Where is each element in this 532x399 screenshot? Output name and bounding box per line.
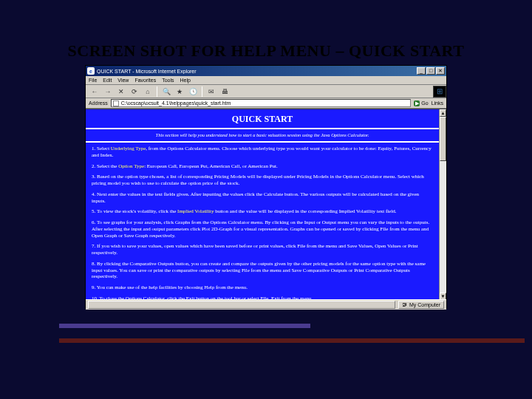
back-button[interactable]: ← [89, 86, 100, 97]
list-item: By clicking the Comparative Outputs butt… [92, 261, 433, 280]
decorative-bar-red [59, 338, 525, 343]
titlebar: e QUICK START - Microsoft Internet Explo… [86, 66, 446, 76]
quick-start-list: Select Underlying Type, from the Options… [86, 143, 439, 299]
list-item: You can make use of the help facilities … [92, 284, 433, 291]
item-text: Based on the option type chosen, a list … [92, 174, 424, 186]
favorites-button[interactable]: ★ [174, 86, 185, 97]
close-button[interactable]: ✕ [436, 67, 445, 75]
list-item: Next enter the values in the text fields… [92, 191, 433, 205]
menu-help[interactable]: Help [180, 78, 191, 83]
item-text: To see graphs for your analysis, click G… [92, 219, 429, 239]
help-link[interactable]: Underlying Type [111, 146, 146, 151]
ie-icon: e [87, 67, 95, 75]
decorative-bar-purple [59, 324, 310, 328]
vertical-scrollbar[interactable]: ▲ ▼ [439, 109, 446, 299]
help-link[interactable]: Implied Volatility [177, 208, 214, 214]
go-label: Go [421, 100, 428, 106]
maximize-button[interactable]: □ [426, 67, 435, 75]
search-button[interactable]: 🔍 [160, 86, 172, 97]
page-icon [113, 100, 119, 106]
address-input[interactable]: C:\ocscap\ocsuit_4.1\helppages\quick_sta… [111, 99, 412, 107]
toolbar: ← → ✕ ⟳ ⌂ 🔍 ★ 🕓 ✉ 🖶 ⊞ [86, 85, 446, 98]
go-icon: ▶ [414, 100, 420, 106]
item-text: Next enter the values in the text fields… [92, 191, 419, 204]
home-button[interactable]: ⌂ [142, 86, 154, 97]
item-text: To view the stock's volatility, click th… [97, 208, 177, 214]
list-item: If you wish to save your values, open va… [92, 243, 433, 256]
slide-title: SCREEN SHOT FOR HELP MENU – QUICK START [0, 41, 532, 61]
history-button[interactable]: 🕓 [187, 86, 199, 97]
menu-tools[interactable]: Tools [162, 78, 174, 83]
stop-button[interactable]: ✕ [115, 86, 127, 97]
scroll-track[interactable] [440, 161, 446, 293]
forward-button[interactable]: → [102, 86, 114, 97]
status-zone-label: My Computer [409, 302, 440, 307]
scroll-down-button[interactable]: ▼ [440, 293, 446, 299]
status-bar: 🖳 My Computer [86, 299, 446, 310]
throbber-icon: ⊞ [433, 86, 446, 98]
links-label[interactable]: Links [432, 100, 443, 106]
item-text: By clicking the Comparative Outputs butt… [92, 261, 426, 280]
menu-favorites[interactable]: Favorites [134, 78, 156, 83]
browser-window: e QUICK START - Microsoft Internet Explo… [85, 65, 447, 309]
status-zone: 🖳 My Computer [398, 301, 444, 309]
address-label: Address [89, 100, 108, 106]
list-item: To view the stock's volatility, click th… [92, 208, 433, 215]
go-button[interactable]: ▶ Go [414, 100, 428, 106]
minimize-button[interactable]: _ [417, 67, 426, 75]
item-text: If you wish to save your values, open va… [92, 243, 418, 256]
menu-file[interactable]: File [89, 78, 97, 83]
scroll-thumb[interactable] [440, 117, 446, 161]
toolbar-separator [157, 86, 157, 97]
item-text: To close the Options Calculator, click t… [99, 296, 313, 299]
list-item: Select Underlying Type, from the Options… [92, 146, 433, 159]
list-item: To close the Options Calculator, click t… [92, 296, 433, 299]
help-link[interactable]: Option Type [118, 163, 144, 169]
menu-view[interactable]: View [117, 78, 129, 83]
page-intro: This section will help you understand ho… [86, 129, 439, 143]
mail-button[interactable]: ✉ [205, 86, 217, 97]
list-item: Select the Option Type: European Call, E… [92, 163, 433, 170]
address-bar: Address C:\ocscap\ocsuit_4.1\helppages\q… [86, 98, 446, 109]
computer-icon: 🖳 [402, 302, 407, 307]
page-viewport: QUICK START This section will help you u… [86, 109, 446, 299]
item-text: Select the [97, 163, 118, 169]
item-text: You can make use of the help facilities … [97, 284, 248, 290]
scroll-up-button[interactable]: ▲ [440, 109, 446, 117]
refresh-button[interactable]: ⟳ [129, 86, 140, 97]
toolbar-separator [202, 86, 202, 97]
item-text: Select [97, 146, 111, 151]
menubar: File Edit View Favorites Tools Help [86, 76, 446, 85]
window-title: QUICK START - Microsoft Internet Explore… [97, 69, 416, 74]
address-value: C:\ocscap\ocsuit_4.1\helppages\quick_sta… [121, 100, 231, 106]
list-item: To see graphs for your analysis, click G… [92, 219, 433, 239]
menu-edit[interactable]: Edit [103, 78, 112, 83]
item-text: button and the value will be displayed i… [214, 208, 396, 214]
print-button[interactable]: 🖶 [219, 86, 231, 97]
list-item: Based on the option type chosen, a list … [92, 174, 433, 187]
item-text: : European Call, European Put, American … [144, 163, 278, 169]
status-text [88, 301, 395, 309]
page-title: QUICK START [86, 109, 439, 129]
page-content: QUICK START This section will help you u… [86, 109, 439, 299]
